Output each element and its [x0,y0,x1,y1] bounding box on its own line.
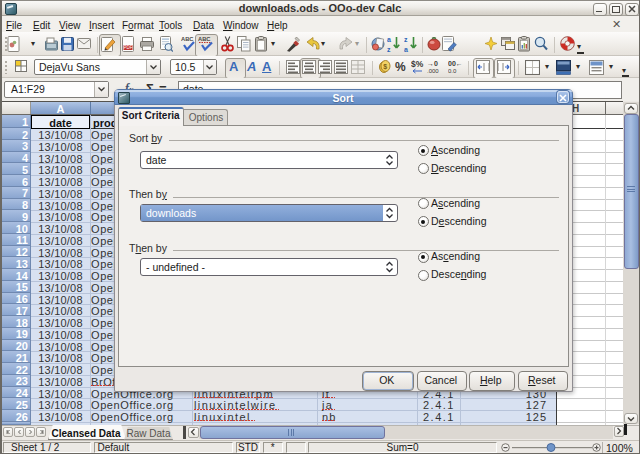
svg-text:z: z [404,36,408,43]
svg-text:a: a [387,36,391,43]
svg-text:$: $ [383,63,387,71]
svg-text:.000: .000 [427,68,439,74]
svg-text:z: z [387,46,391,53]
svg-text:→0: →0 [427,60,438,67]
svg-text:a: a [404,46,408,53]
svg-text:0.0: 0.0 [448,68,457,74]
svg-text:ABC: ABC [181,36,194,42]
svg-text:PDF: PDF [124,45,133,50]
svg-text:ABC: ABC [198,36,211,42]
svg-text:00←: 00← [448,60,463,67]
svg-text:$%: $% [411,59,424,69]
